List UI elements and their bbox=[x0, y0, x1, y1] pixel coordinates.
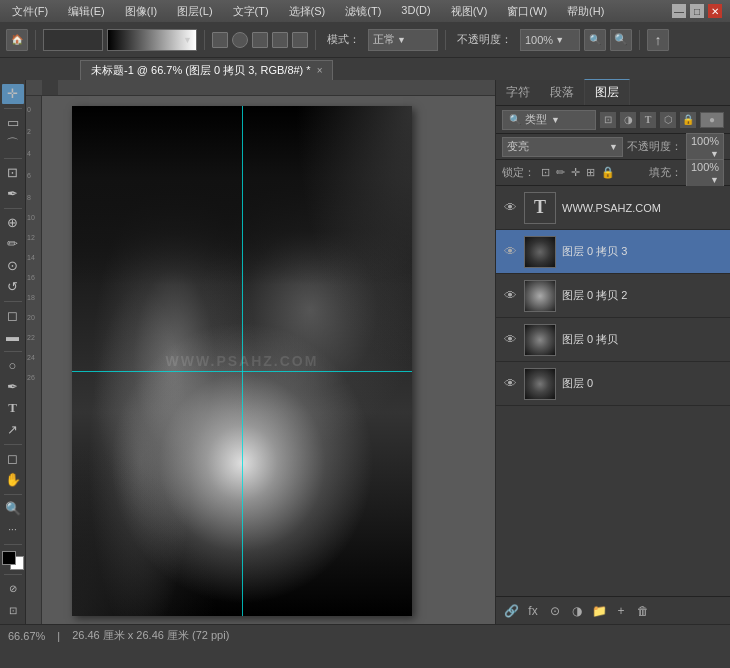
path-tool[interactable]: ↗ bbox=[2, 420, 24, 440]
lock-transparent-icon[interactable]: ⊡ bbox=[541, 166, 550, 179]
menu-select[interactable]: 选择(S) bbox=[285, 4, 330, 19]
eyedropper-tool[interactable]: ✒ bbox=[2, 184, 24, 204]
lock-pixels-icon[interactable]: ✏ bbox=[556, 166, 565, 179]
foreground-color-picker[interactable] bbox=[43, 29, 103, 51]
link-layers-button[interactable]: 🔗 bbox=[502, 602, 520, 620]
menu-filter[interactable]: 滤镜(T) bbox=[341, 4, 385, 19]
heal-tool[interactable]: ⊕ bbox=[2, 212, 24, 232]
tab-close-icon[interactable]: × bbox=[317, 65, 323, 76]
zoom-in-icon[interactable]: 🔍 bbox=[610, 29, 632, 51]
smoke-artwork: WWW.PSAHZ.COM bbox=[72, 106, 412, 616]
menu-image[interactable]: 图像(I) bbox=[121, 4, 161, 19]
menu-window[interactable]: 窗口(W) bbox=[503, 4, 551, 19]
layer-item-copy3[interactable]: 👁 图层 0 拷贝 3 bbox=[496, 230, 730, 274]
brush-shape2[interactable] bbox=[232, 32, 248, 48]
layer-filter-icons: ⊡ ◑ T ⬡ 🔒 ● bbox=[600, 112, 724, 128]
lock-position-icon[interactable]: ✛ bbox=[571, 166, 580, 179]
brush-shape-square[interactable] bbox=[212, 32, 228, 48]
screen-mode-icon[interactable]: ⊡ bbox=[2, 601, 24, 621]
type-tool[interactable]: T bbox=[2, 399, 24, 419]
opacity-input[interactable]: 100% ▼ bbox=[686, 133, 724, 161]
filter-shape-icon[interactable]: ⬡ bbox=[660, 112, 676, 128]
layer-visibility-text[interactable]: 👁 bbox=[502, 200, 518, 216]
opacity-dropdown[interactable]: 100% ▼ bbox=[520, 29, 580, 51]
extra-tool[interactable]: ··· bbox=[2, 520, 24, 540]
lock-artboard-icon[interactable]: ⊞ bbox=[586, 166, 595, 179]
layer-type-dropdown[interactable]: 🔍 类型 ▼ bbox=[502, 110, 596, 130]
zoom-tool[interactable]: 🔍 bbox=[2, 499, 24, 519]
layer-visibility-0[interactable]: 👁 bbox=[502, 376, 518, 392]
layer-item-text[interactable]: 👁 T WWW.PSAHZ.COM bbox=[496, 186, 730, 230]
layer-visibility-copy[interactable]: 👁 bbox=[502, 332, 518, 348]
menu-layer[interactable]: 图层(L) bbox=[173, 4, 216, 19]
filter-smart-icon[interactable]: 🔒 bbox=[680, 112, 696, 128]
tab-character[interactable]: 字符 bbox=[496, 79, 540, 105]
layer-item-copy2[interactable]: 👁 图层 0 拷贝 2 bbox=[496, 274, 730, 318]
gradient-tool[interactable]: ▬ bbox=[2, 327, 24, 347]
menu-file[interactable]: 文件(F) bbox=[8, 4, 52, 19]
search-icon: 🔍 bbox=[509, 114, 521, 125]
new-layer-button[interactable]: + bbox=[612, 602, 630, 620]
search-chevron-icon: ▼ bbox=[551, 115, 560, 125]
canvas-content[interactable]: WWW.PSAHZ.COM bbox=[42, 96, 495, 624]
layer-thumb-copy2 bbox=[524, 280, 556, 312]
search-type-label: 类型 bbox=[525, 112, 547, 127]
adjustment-layer-button[interactable]: ◑ bbox=[568, 602, 586, 620]
clone-tool[interactable]: ⊙ bbox=[2, 256, 24, 276]
filter-adjustment-icon[interactable]: ◑ bbox=[620, 112, 636, 128]
menu-help[interactable]: 帮助(H) bbox=[563, 4, 608, 19]
home-icon[interactable]: 🏠 bbox=[6, 29, 28, 51]
document-tab[interactable]: 未标题-1 @ 66.7% (图层 0 拷贝 3, RGB/8#) * × bbox=[80, 60, 333, 80]
filter-toggle[interactable]: ● bbox=[700, 112, 724, 128]
layer-thumb-copy bbox=[524, 324, 556, 356]
filter-text-icon[interactable]: T bbox=[640, 112, 656, 128]
brush-shape3[interactable] bbox=[252, 32, 268, 48]
brush-tool[interactable]: ✏ bbox=[2, 234, 24, 254]
menu-edit[interactable]: 编辑(E) bbox=[64, 4, 109, 19]
dodge-tool[interactable]: ○ bbox=[2, 355, 24, 375]
menu-3d[interactable]: 3D(D) bbox=[397, 4, 434, 19]
pen-tool[interactable]: ✒ bbox=[2, 377, 24, 397]
menu-text[interactable]: 文字(T) bbox=[229, 4, 273, 19]
filter-pixel-icon[interactable]: ⊡ bbox=[600, 112, 616, 128]
layer-style-button[interactable]: fx bbox=[524, 602, 542, 620]
eraser-tool[interactable]: ◻ bbox=[2, 305, 24, 325]
brush-shape5[interactable] bbox=[292, 32, 308, 48]
lasso-tool[interactable]: ⌒ bbox=[2, 134, 24, 154]
blend-mode-dropdown[interactable]: 正常 ▼ bbox=[368, 29, 438, 51]
history-tool[interactable]: ↺ bbox=[2, 277, 24, 297]
delete-layer-button[interactable]: 🗑 bbox=[634, 602, 652, 620]
color-swatches[interactable] bbox=[2, 551, 24, 571]
marquee-tool[interactable]: ▭ bbox=[2, 112, 24, 132]
move-tool[interactable]: ✛ bbox=[2, 84, 24, 104]
lock-all-icon[interactable]: 🔒 bbox=[601, 166, 615, 179]
new-group-button[interactable]: 📁 bbox=[590, 602, 608, 620]
hand-tool[interactable]: ✋ bbox=[2, 470, 24, 490]
blend-mode-select[interactable]: 变亮 ▼ bbox=[502, 137, 623, 157]
menu-view[interactable]: 视图(V) bbox=[447, 4, 492, 19]
crop-tool[interactable]: ⊡ bbox=[2, 162, 24, 182]
fill-input[interactable]: 100% ▼ bbox=[686, 159, 724, 187]
brush-preset-picker[interactable]: ▼ bbox=[107, 29, 197, 51]
sep3 bbox=[315, 30, 316, 50]
shape-tool[interactable]: ◻ bbox=[2, 449, 24, 469]
brush-shape4[interactable] bbox=[272, 32, 288, 48]
close-button[interactable]: ✕ bbox=[708, 4, 722, 18]
layer-mask-button[interactable]: ⊙ bbox=[546, 602, 564, 620]
right-panel: 字符 段落 图层 🔍 类型 ▼ ⊡ ◑ T ⬡ 🔒 ● bbox=[495, 80, 730, 624]
quick-mask-icon[interactable]: ⊘ bbox=[2, 579, 24, 599]
layer-item-0[interactable]: 👁 图层 0 bbox=[496, 362, 730, 406]
tab-paragraph[interactable]: 段落 bbox=[540, 79, 584, 105]
layer-thumb-copy3 bbox=[524, 236, 556, 268]
layer-visibility-copy2[interactable]: 👁 bbox=[502, 288, 518, 304]
tab-layers[interactable]: 图层 bbox=[584, 79, 630, 105]
minimize-button[interactable]: — bbox=[672, 4, 686, 18]
tab-title: 未标题-1 @ 66.7% (图层 0 拷贝 3, RGB/8#) * bbox=[91, 63, 311, 78]
share-icon[interactable]: ↑ bbox=[647, 29, 669, 51]
layer-item-copy[interactable]: 👁 图层 0 拷贝 bbox=[496, 318, 730, 362]
blend-mode-text: 变亮 bbox=[507, 139, 529, 154]
layer-visibility-copy3[interactable]: 👁 bbox=[502, 244, 518, 260]
zoom-out-icon[interactable]: 🔍 bbox=[584, 29, 606, 51]
sep5 bbox=[639, 30, 640, 50]
maximize-button[interactable]: □ bbox=[690, 4, 704, 18]
